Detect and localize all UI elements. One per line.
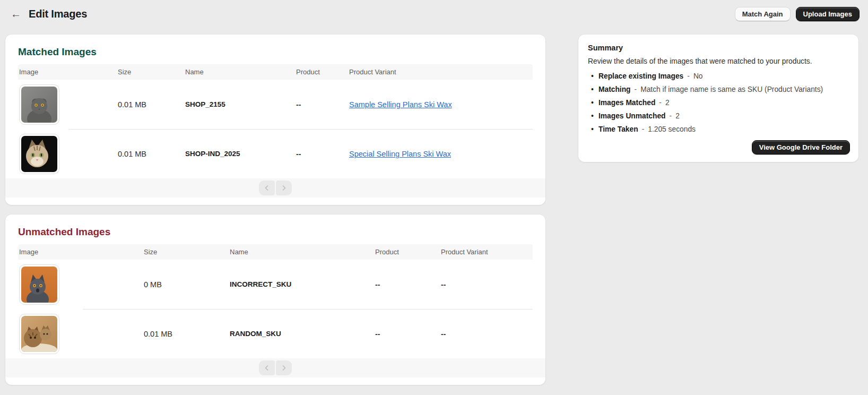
pagination-prev-button[interactable] <box>259 181 275 195</box>
orange-background-cat-photo <box>21 267 57 303</box>
column-header-product: Product <box>370 248 436 256</box>
summary-item-value: No <box>693 72 703 80</box>
bullet-icon: • <box>591 85 594 93</box>
cat-face-photo <box>21 136 57 172</box>
size-cell: 0.01 MB <box>138 330 224 338</box>
column-header-size: Size <box>138 248 224 256</box>
column-header-product-variant: Product Variant <box>344 68 533 76</box>
table-row: 0 MB INCORRECT_SKU -- -- <box>18 260 533 309</box>
image-thumbnail <box>19 134 59 174</box>
summary-item-label: Replace existing Images <box>598 72 683 80</box>
summary-item-separator: - <box>642 125 645 133</box>
summary-item: •Time Taken-1.205 seconds <box>588 125 850 133</box>
image-thumbnail <box>19 264 59 305</box>
pagination-next-button[interactable] <box>276 181 292 195</box>
summary-item-separator: - <box>670 112 672 120</box>
size-cell: 0 MB <box>138 280 224 289</box>
column-header-name: Name <box>224 248 370 256</box>
summary-item-label: Images Unmatched <box>598 112 666 120</box>
back-button[interactable]: ← <box>8 7 23 20</box>
chevron-left-icon <box>264 185 270 191</box>
image-thumbnail <box>19 84 59 125</box>
image-thumbnail <box>19 314 59 354</box>
name-cell: RANDOM_SKU <box>224 330 370 338</box>
summary-list: •Replace existing Images-No •Matching-Ma… <box>588 72 850 133</box>
summary-heading: Summary <box>588 44 850 52</box>
pagination-prev-button[interactable] <box>259 360 275 375</box>
summary-item-label: Images Matched <box>598 99 655 107</box>
matched-images-heading: Matched Images <box>18 46 533 58</box>
column-header-size: Size <box>112 68 180 76</box>
size-cell: 0.01 MB <box>112 150 180 158</box>
page-title: Edit Images <box>29 8 87 20</box>
column-header-product-variant: Product Variant <box>436 248 533 256</box>
unmatched-images-heading: Unmatched Images <box>18 226 533 238</box>
product-variant-cell: -- <box>436 330 533 338</box>
arrow-left-icon: ← <box>11 8 21 20</box>
chevron-right-icon <box>281 365 287 371</box>
unmatched-images-card: Unmatched Images Image Size Name Product… <box>5 214 545 385</box>
summary-item-separator: - <box>659 99 662 107</box>
summary-item-label: Matching <box>598 85 631 93</box>
unmatched-pagination <box>5 358 545 377</box>
summary-item-value: Match if image name is same as SKU (Prod… <box>640 85 823 93</box>
summary-item-value: 2 <box>675 112 680 120</box>
view-google-drive-folder-button[interactable]: View Google Drive Folder <box>752 140 850 154</box>
summary-item: •Replace existing Images-No <box>588 72 850 80</box>
unmatched-table-header: Image Size Name Product Product Variant <box>18 244 533 260</box>
upload-images-button[interactable]: Upload Images <box>796 7 860 21</box>
column-header-image: Image <box>18 248 138 256</box>
column-header-product: Product <box>291 68 344 76</box>
product-cell: -- <box>370 330 436 338</box>
matched-images-card: Matched Images Image Size Name Product P… <box>5 35 545 205</box>
table-row: 0.01 MB RANDOM_SKU -- -- <box>18 309 533 358</box>
topbar: ← Edit Images Match Again Upload Images <box>0 0 868 28</box>
product-variant-link[interactable]: Special Selling Plans Ski Wax <box>349 150 451 158</box>
matched-pagination <box>5 178 545 198</box>
name-cell: SHOP-IND_2025 <box>180 150 291 158</box>
chevron-left-icon <box>264 365 270 371</box>
table-row: 0.01 MB SHOP_2155 -- Sample Selling Plan… <box>18 80 533 129</box>
summary-item: •Matching-Match if image name is same as… <box>588 85 850 93</box>
column-header-image: Image <box>18 68 112 76</box>
matched-table-header: Image Size Name Product Product Variant <box>18 64 533 80</box>
size-cell: 0.01 MB <box>112 100 180 109</box>
summary-button-row: View Google Drive Folder <box>588 140 850 154</box>
bullet-icon: • <box>591 72 594 80</box>
chevron-right-icon <box>281 185 287 191</box>
main-column: Matched Images Image Size Name Product P… <box>5 35 545 385</box>
product-cell: -- <box>370 280 436 289</box>
summary-item-value: 1.205 seconds <box>648 125 696 133</box>
table-row: 0.01 MB SHOP-IND_2025 -- Special Selling… <box>18 129 533 178</box>
bullet-icon: • <box>591 98 594 107</box>
product-variant-link[interactable]: Sample Selling Plans Ski Wax <box>349 100 452 109</box>
summary-item-label: Time Taken <box>598 125 638 133</box>
name-cell: SHOP_2155 <box>180 100 291 108</box>
summary-item-separator: - <box>687 72 690 80</box>
summary-item: •Images Unmatched-2 <box>588 112 850 120</box>
product-cell: -- <box>291 150 344 158</box>
column-header-name: Name <box>180 68 291 76</box>
match-again-button[interactable]: Match Again <box>735 7 791 21</box>
summary-item-separator: - <box>635 85 637 93</box>
summary-item-value: 2 <box>665 99 670 107</box>
summary-item: •Images Matched-2 <box>588 99 850 107</box>
bullet-icon: • <box>591 111 594 120</box>
tabby-cats-photo <box>21 316 57 352</box>
gray-cat-photo <box>21 87 57 123</box>
summary-card: Summary Review the details of the images… <box>578 35 858 162</box>
product-cell: -- <box>291 100 344 109</box>
bullet-icon: • <box>591 125 594 133</box>
pagination-next-button[interactable] <box>276 360 292 375</box>
name-cell: INCORRECT_SKU <box>224 280 370 288</box>
summary-description: Review the details of the images that we… <box>588 57 850 65</box>
product-variant-cell: -- <box>436 280 533 289</box>
